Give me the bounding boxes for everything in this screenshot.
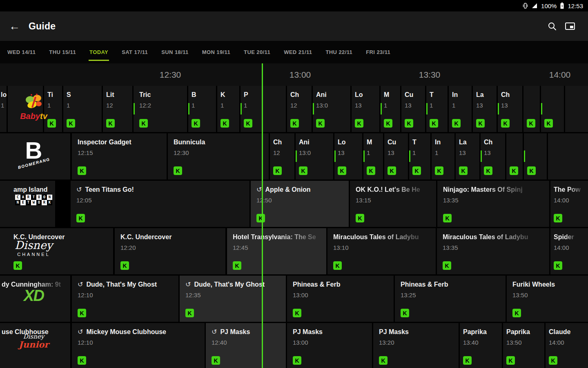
program-cell[interactable]: Ch12K [287, 86, 312, 132]
program-cell[interactable]: Lo13K [334, 133, 362, 180]
program-cell[interactable]: Inspector Gadget12:15K [72, 133, 167, 180]
tab-thu-22-11[interactable]: THU 22/11 [325, 49, 352, 55]
program-cell[interactable]: Lo13K [352, 86, 379, 132]
program-start-time: 12:45 [233, 244, 326, 251]
program-title: T [430, 91, 448, 99]
program-cell[interactable]: Ninjago: Masters Of Spinj13:35K [437, 181, 549, 227]
program-cell[interactable]: OK K.O.! Let's Be He13:15K [350, 181, 436, 227]
program-cell[interactable]: Tric12:2K [134, 86, 187, 132]
back-icon[interactable]: ← [9, 21, 23, 32]
program-cell[interactable]: Miraculous Tales of Ladybu13:10K [327, 228, 436, 274]
program-cell[interactable]: La13K [456, 133, 479, 180]
tab-sun-18-11[interactable]: SUN 18/11 [161, 49, 188, 55]
program-start-time: 13:20 [379, 339, 459, 346]
program-start-time: 1 [1, 102, 7, 109]
program-cell[interactable]: M1K [381, 86, 400, 132]
program-start-time: 1 [192, 102, 216, 109]
program-cell[interactable]: PJ Masks13:20K [373, 323, 459, 368]
progress-tick [296, 150, 297, 162]
program-title: PJ Masks [379, 328, 459, 336]
program-cell[interactable]: Furiki Wheels13:50K [507, 276, 588, 322]
program-cell[interactable]: Cu13K [384, 133, 408, 180]
program-cell[interactable]: T1K [426, 86, 448, 132]
tab-fri-23-11[interactable]: FRI 23/11 [366, 49, 390, 55]
program-cell[interactable]: K [541, 86, 564, 132]
rating-badge: K [316, 119, 325, 128]
program-cell[interactable]: use Clubhouse [0, 323, 70, 368]
program-cell[interactable]: Ch13K [498, 86, 522, 132]
program-cell[interactable]: La13K [473, 86, 497, 132]
program-cell[interactable]: PJ Masks13:00K [287, 323, 372, 368]
program-start-time: 13:40 [463, 339, 502, 346]
program-cell[interactable]: ↺Teen Titans Go!12:05K [71, 181, 249, 227]
progress-tick [524, 150, 525, 162]
program-cell[interactable]: T1K [409, 133, 430, 180]
tab-wed-21-11[interactable]: WED 21/11 [284, 49, 312, 55]
program-title: Bunnicula [174, 139, 269, 146]
program-cell[interactable]: Lit12K [103, 86, 132, 132]
program-title: Ch [501, 91, 522, 99]
tab-mon-19-11[interactable]: MON 19/11 [202, 49, 230, 55]
program-cell[interactable]: S1K [63, 86, 102, 132]
program-cell[interactable] [565, 86, 588, 132]
program-cell[interactable]: K.C. UndercoverK [0, 228, 113, 274]
rating-badge: K [401, 309, 409, 317]
pip-icon[interactable] [561, 17, 579, 35]
program-cell[interactable]: Hotel Transylvania: The Se12:45K [227, 228, 326, 274]
program-cell[interactable]: P1K [241, 86, 286, 132]
program-cell[interactable]: Ch12K [270, 133, 294, 180]
program-cell[interactable]: lo1 [0, 86, 7, 132]
program-cell[interactable]: ↺Dude, That's My Ghost12:10K [72, 276, 178, 322]
program-cell[interactable]: K [506, 133, 523, 180]
program-cell[interactable] [8, 86, 43, 132]
program-title: Phineas & Ferb [293, 281, 394, 288]
program-cell[interactable]: K [524, 133, 547, 180]
program-cell[interactable]: K [523, 86, 540, 132]
program-cell[interactable] [0, 133, 70, 180]
tab-wed-14-11[interactable]: WED 14/11 [7, 49, 36, 55]
program-cell[interactable]: ↺Apple & Onion12:50K [251, 181, 349, 227]
program-title: Ninjago: Masters Of Spinj [443, 186, 549, 193]
program-cell[interactable]: Ani13:0K [296, 133, 333, 180]
program-cell[interactable] [548, 133, 588, 180]
program-cell[interactable]: ↺Dude, That's My Ghost12:35K [180, 276, 286, 322]
program-start-time: 13 [484, 149, 505, 156]
program-cell[interactable]: Cu13K [401, 86, 425, 132]
program-cell[interactable]: Ch13K [481, 133, 505, 180]
program-cell[interactable]: Paprika13:40K [460, 323, 502, 368]
program-cell[interactable]: ↺PJ Masks12:40K [206, 323, 286, 368]
rating-badge: K [459, 166, 468, 175]
rating-badge: K [78, 166, 86, 175]
program-cell[interactable]: K1K [217, 86, 239, 132]
program-cell[interactable]: Phineas & Ferb13:00K [287, 276, 394, 322]
date-tabs: WED 14/11THU 15/11TODAYSAT 17/11SUN 18/1… [0, 41, 588, 63]
tab-today[interactable]: TODAY [89, 49, 108, 55]
program-cell[interactable]: amp Island [0, 181, 55, 227]
program-cell[interactable]: In1K [432, 133, 454, 180]
program-title: Cu [388, 139, 408, 146]
program-cell[interactable]: Claude14:00K [546, 323, 588, 368]
program-cell[interactable]: Miraculous Tales of Ladybu13:35K [437, 228, 549, 274]
program-cell[interactable]: Phineas & Ferb13:25K [395, 276, 506, 322]
program-start-time: 12:35 [185, 292, 286, 298]
program-cell[interactable]: Spider14:00K [550, 228, 588, 274]
program-cell[interactable]: dy Cunningham: 9t [0, 276, 70, 322]
tab-sat-17-11[interactable]: SAT 17/11 [122, 49, 148, 55]
program-cell[interactable]: The Pow14:00K [550, 181, 588, 227]
program-title: Spider [554, 233, 588, 241]
program-cell[interactable]: M1K [363, 133, 383, 180]
program-cell[interactable]: ↺Mickey Mouse Clubhouse12:10K [72, 323, 205, 368]
program-cell[interactable]: B1K [188, 86, 216, 132]
rating-badge: K [430, 119, 438, 128]
program-cell[interactable]: Ti1K [44, 86, 62, 132]
tab-thu-15-11[interactable]: THU 15/11 [49, 49, 76, 55]
program-cell[interactable]: In1K [449, 86, 472, 132]
search-icon[interactable] [543, 17, 561, 35]
program-cell[interactable]: K.C. Undercover12:20K [115, 228, 225, 274]
program-title: ↺Dude, That's My Ghost [185, 281, 286, 288]
tab-tue-20-11[interactable]: TUE 20/11 [244, 49, 270, 55]
rating-badge: K [512, 309, 521, 317]
program-cell[interactable]: Paprika13:50K [503, 323, 544, 368]
program-cell[interactable]: Bunnicula12:30K [168, 133, 269, 180]
program-cell[interactable]: Ani13:0K [313, 86, 350, 132]
